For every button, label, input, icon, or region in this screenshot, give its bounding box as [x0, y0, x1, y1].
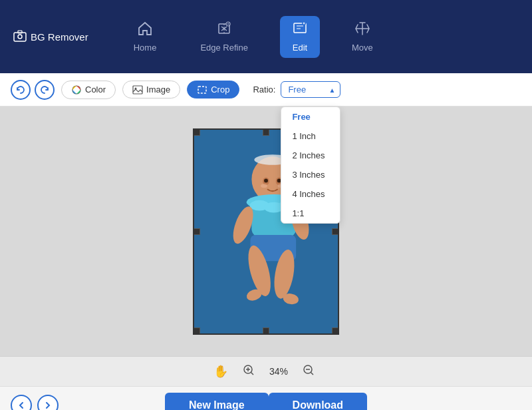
toolbar: Color Image Crop Ratio: Free 1 Inch 2 In… [0, 73, 532, 106]
svg-rect-10 [198, 87, 206, 93]
bottom-bar: New Image Download [0, 386, 532, 410]
dropdown-item-free[interactable]: Free [281, 107, 340, 126]
edit-icon [292, 21, 308, 39]
bottom-bar-wrapper: New Image Download [0, 387, 532, 411]
nav-item-edit[interactable]: Edit [280, 16, 320, 58]
ratio-select[interactable]: Free 1 Inch 2 Inches 3 Inches 4 Inches 1… [281, 81, 340, 98]
color-button[interactable]: Color [61, 81, 116, 99]
next-arrow-button[interactable] [37, 395, 59, 411]
svg-rect-2 [18, 31, 22, 33]
undo-button[interactable] [11, 80, 31, 100]
app-title: BG Remover [13, 30, 88, 43]
svg-rect-8 [133, 86, 142, 94]
crop-handle-br[interactable] [332, 327, 338, 334]
chevron-left-icon [17, 401, 25, 409]
canvas-area [0, 106, 532, 356]
svg-point-1 [18, 35, 22, 39]
home-icon [137, 21, 153, 39]
ratio-container: Ratio: Free 1 Inch 2 Inches 3 Inches 4 I… [253, 81, 340, 98]
edge-refine-icon [216, 21, 232, 39]
nav-item-home[interactable]: Home [122, 16, 169, 58]
dropdown-item-2inches[interactable]: 2 Inches [281, 146, 340, 165]
hand-cursor-icon: ✋ [213, 364, 228, 379]
dropdown-item-3inches[interactable]: 3 Inches [281, 165, 340, 184]
svg-line-35 [251, 372, 253, 375]
zoom-level: 34% [269, 366, 288, 377]
dropdown-item-4inches[interactable]: 4 Inches [281, 184, 340, 204]
crop-handle-tm[interactable] [263, 129, 269, 136]
zoom-out-button[interactable] [299, 363, 319, 381]
image-icon [132, 85, 143, 95]
crop-handle-ml[interactable] [194, 228, 200, 235]
download-button[interactable]: Download [269, 393, 367, 411]
zoom-in-button[interactable] [239, 363, 259, 381]
undo-redo-group [11, 80, 55, 100]
crop-button[interactable]: Crop [187, 81, 239, 99]
svg-point-30 [261, 184, 267, 188]
chevron-right-icon [44, 401, 52, 409]
dropdown-item-1inch[interactable]: 1 Inch [281, 126, 340, 146]
undo-icon [16, 85, 25, 95]
svg-point-28 [264, 178, 268, 182]
redo-button[interactable] [35, 80, 55, 100]
ratio-select-wrapper[interactable]: Free 1 Inch 2 Inches 3 Inches 4 Inches 1… [281, 81, 340, 98]
crop-handle-bl[interactable] [194, 327, 200, 334]
crop-handle-bm[interactable] [263, 327, 269, 334]
redo-icon [40, 85, 49, 95]
new-image-button[interactable]: New Image [165, 393, 269, 411]
ratio-dropdown-menu: Free 1 Inch 2 Inches 3 Inches 4 Inches 1… [281, 106, 340, 224]
prev-arrow-button[interactable] [11, 395, 32, 411]
crop-icon [197, 85, 207, 95]
color-icon [71, 85, 82, 95]
top-nav: BG Remover Home Edge Refine [0, 0, 532, 73]
nav-item-move[interactable]: Move [340, 16, 385, 58]
image-button[interactable]: Image [122, 81, 180, 99]
crop-handle-tl[interactable] [194, 129, 200, 136]
zoom-in-icon [243, 364, 255, 376]
app-logo-icon [13, 30, 27, 43]
nav-item-edge-refine[interactable]: Edge Refine [188, 16, 260, 58]
dropdown-item-1-1[interactable]: 1:1 [281, 204, 340, 223]
status-bar: ✋ 34% [0, 356, 532, 386]
move-icon [354, 21, 370, 39]
svg-rect-0 [14, 33, 26, 41]
zoom-out-icon [303, 364, 315, 376]
nav-arrows-group [11, 395, 59, 411]
svg-line-38 [311, 372, 314, 375]
crop-handle-mr[interactable] [332, 228, 338, 235]
